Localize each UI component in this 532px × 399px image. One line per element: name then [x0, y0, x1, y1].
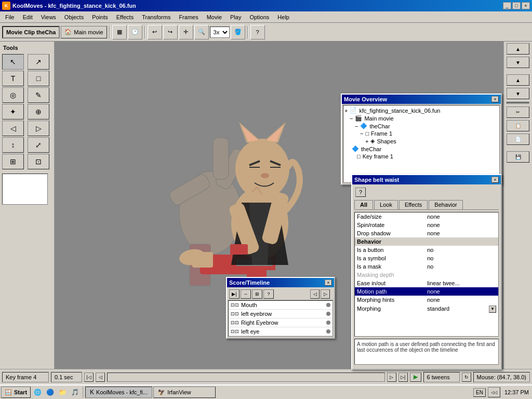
score-timeline-titlebar[interactable]: Score/Timeline ×	[227, 278, 334, 287]
prop-dropshadow[interactable]: Drop shadow none	[355, 229, 498, 237]
taskbar-irfanview[interactable]: 🦅 IrfanView	[153, 387, 216, 398]
right-panel-btn2[interactable]: ▼	[507, 88, 529, 99]
tool-pen[interactable]: ✎	[28, 87, 49, 103]
movie-overview-close[interactable]: ×	[491, 96, 499, 102]
menu-points[interactable]: Points	[88, 13, 112, 21]
score-item-mouth[interactable]: ⊡⊡ Mouth	[229, 301, 332, 310]
prop-spin[interactable]: Spin/rotate none	[355, 221, 498, 229]
movie-overview-titlebar[interactable]: Movie Overview ×	[342, 95, 501, 104]
prop-is-symbol[interactable]: Is a symbol no	[355, 254, 498, 262]
menu-views[interactable]: Views	[37, 13, 60, 21]
next-frame-button[interactable]: ▷|	[398, 373, 408, 382]
prop-is-mask[interactable]: Is a mask no	[355, 262, 498, 271]
menu-effects[interactable]: Effects	[112, 13, 138, 21]
tool-circle[interactable]: ◎	[2, 87, 24, 103]
prop-fade[interactable]: Fade/size none	[355, 212, 498, 221]
toolbar-undo-button[interactable]: ↩	[148, 25, 162, 39]
right-panel-btn4[interactable]: 📋	[507, 120, 529, 131]
morphing-dropdown-button[interactable]: ▼	[489, 305, 496, 313]
score-item-left-eyebrow[interactable]: ⊡⊡ left eyebrow	[229, 310, 332, 318]
toolbar-redo-button[interactable]: ↪	[163, 25, 178, 39]
shape-help-button[interactable]: ?	[355, 188, 366, 197]
right-panel-btn6[interactable]: 💾	[507, 151, 529, 163]
tab-look[interactable]: Look	[374, 200, 398, 209]
right-panel-btn5[interactable]: 📄	[507, 134, 529, 145]
menu-help[interactable]: Help	[273, 13, 294, 21]
menu-transforms[interactable]: Transforms	[138, 13, 175, 21]
tree-item-keyframe[interactable]: □ Key frame 1	[344, 153, 498, 160]
prop-ease[interactable]: Ease in/out linear twee...	[355, 279, 498, 287]
tool-updown[interactable]: ↕	[2, 137, 24, 153]
tool-resize[interactable]: ⤢	[28, 137, 49, 153]
taskbar-expand-button[interactable]: ◁◁	[488, 387, 500, 397]
zoom-select[interactable]: 1x 2x 3x 4x 5x	[210, 26, 230, 38]
tab-effects[interactable]: Effects	[399, 200, 428, 209]
prop-morphing[interactable]: Morphing standard ▼	[355, 304, 498, 314]
score-nav-left[interactable]: ◁	[310, 289, 320, 299]
tab-all[interactable]: All	[354, 200, 373, 209]
tree-item-thechar[interactable]: − 🔷 theChar	[344, 122, 498, 130]
tool-shape[interactable]: □	[28, 71, 49, 86]
tool-text[interactable]: T	[2, 71, 24, 86]
menu-frames[interactable]: Frames	[175, 13, 202, 21]
movie-overview-tree[interactable]: + 📄 kfc_fighting_stance_kick_06.fun − 🎬 …	[343, 105, 500, 183]
score-btn-help[interactable]: ?	[263, 289, 274, 299]
main-movie-button[interactable]: 🏠 Main movie	[61, 26, 107, 38]
menu-options[interactable]: Options	[245, 13, 273, 21]
next-button[interactable]: ▷	[387, 373, 396, 382]
tool-star[interactable]: ✦	[2, 104, 24, 119]
prev-button[interactable]: ◁	[96, 373, 105, 382]
score-btn-add[interactable]: ⊞	[252, 289, 262, 299]
quick-launch-browser[interactable]: 🌐	[32, 387, 43, 398]
tool-right[interactable]: ▷	[28, 121, 49, 136]
right-panel-down[interactable]: ▼	[507, 57, 529, 68]
score-item-left-eye[interactable]: ⊡⊡ left eye	[229, 327, 332, 336]
tool-grid2[interactable]: ⊡	[28, 154, 49, 169]
toolbar-move-button[interactable]: ✛	[179, 25, 193, 39]
score-item-right-eyebrow[interactable]: ⊡⊡ Right Eyebrow	[229, 318, 332, 327]
prev-frame-button[interactable]: |◁	[84, 373, 94, 382]
quick-launch-ie[interactable]: 🔵	[44, 387, 56, 398]
toolbar-zoom-button[interactable]: 🔍	[194, 25, 209, 39]
score-timeline-close[interactable]: ×	[325, 280, 332, 286]
timeline-scrubber[interactable]	[107, 373, 385, 382]
prop-morphing-hints[interactable]: Morphing hints none	[355, 296, 498, 304]
tree-item-frame1[interactable]: − □ Frame 1	[344, 130, 498, 137]
score-nav-right[interactable]: ▷	[321, 289, 330, 299]
prop-motion-path[interactable]: Motion path none	[355, 287, 498, 296]
score-btn-prev[interactable]: ▶|	[229, 289, 240, 299]
color-area[interactable]	[2, 174, 48, 205]
toolbar-help-button[interactable]: ?	[250, 25, 265, 39]
minimize-button[interactable]: _	[503, 2, 511, 9]
menu-file[interactable]: File	[1, 13, 19, 21]
right-panel-btn1[interactable]: ▲	[507, 74, 529, 86]
tool-arrow2[interactable]: ↗	[28, 54, 49, 70]
tree-item-thechar2[interactable]: 🔷 theChar	[344, 145, 498, 153]
right-panel-up[interactable]: ▲	[507, 43, 529, 55]
tree-item-shapes[interactable]: + ◈ Shapes	[344, 137, 498, 145]
maximize-button[interactable]: □	[512, 2, 521, 9]
toolbar-clock-button[interactable]: 🕐	[128, 25, 142, 39]
tool-left[interactable]: ◁	[2, 121, 24, 136]
prop-is-button[interactable]: Is a button no	[355, 246, 498, 254]
quick-launch-media[interactable]: 🎵	[69, 387, 81, 398]
close-button[interactable]: ×	[522, 2, 530, 9]
quick-launch-folder[interactable]: 📁	[57, 387, 68, 398]
tree-item-file[interactable]: + 📄 kfc_fighting_stance_kick_06.fun	[344, 107, 498, 114]
tree-item-mainmovie[interactable]: − 🎬 Main movie	[344, 114, 498, 122]
score-btn-sync[interactable]: ↔	[241, 289, 251, 299]
menu-play[interactable]: Play	[226, 13, 245, 21]
menu-edit[interactable]: Edit	[19, 13, 37, 21]
shape-belt-close[interactable]: ×	[491, 177, 499, 183]
toolbar-grid-button[interactable]: ▦	[112, 25, 127, 39]
right-panel-btn3[interactable]: ✂	[507, 107, 529, 118]
tool-arrow[interactable]: ↖	[2, 54, 24, 70]
tab-behavior[interactable]: Behavior	[429, 200, 462, 209]
taskbar-koolmoves[interactable]: K KoolMoves - kfc_fi...	[85, 387, 152, 398]
tool-grid1[interactable]: ⊞	[2, 154, 24, 169]
tool-plus[interactable]: ⊕	[28, 104, 49, 119]
play-button[interactable]: ▶	[410, 373, 421, 382]
menu-objects[interactable]: Objects	[60, 13, 88, 21]
start-button[interactable]: 🪟 Start	[1, 387, 31, 398]
shape-belt-titlebar[interactable]: Shape belt waist ×	[352, 175, 501, 184]
